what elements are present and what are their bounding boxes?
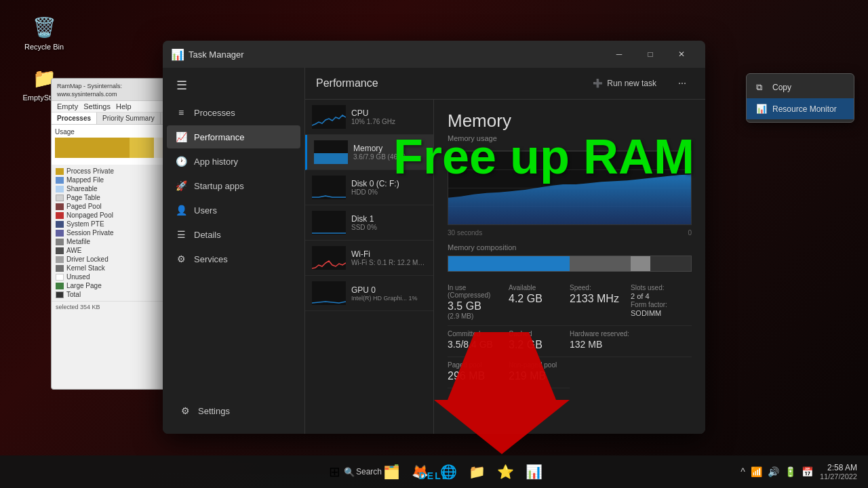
tm-memory-detail: Memory Memory usage [434, 100, 705, 434]
recycle-bin-icon[interactable]: 🗑️ Recycle Bin [20, 14, 68, 51]
sidebar-item-users[interactable]: 👤 Users [167, 199, 300, 222]
disk0-name: Disk 0 (C: F:) [351, 179, 427, 188]
cpu-name: CPU [351, 108, 427, 118]
rammap-usage-bar [55, 138, 179, 158]
legend-row-page-table: Page Table [56, 194, 178, 201]
resource-item-disk1[interactable]: Disk 1 SSD 0% [305, 205, 433, 241]
wifi-tray-icon[interactable]: 📶 [749, 465, 764, 479]
stat-in-use-label: In use (Compressed) [448, 284, 509, 299]
legend-color-kernel-stack [56, 265, 64, 272]
resource-item-disk0[interactable]: Disk 0 (C: F:) HDD 0% [305, 170, 433, 205]
legend-color-awe [56, 247, 64, 254]
more-options-button[interactable]: ⋯ [670, 75, 694, 92]
legend-color-metafile [56, 239, 64, 245]
wifi-mini-chart [312, 246, 346, 270]
store-button[interactable]: ⭐ [493, 460, 517, 484]
stat-form-value: SODIMM [631, 309, 692, 317]
sidebar-item-performance[interactable]: 📈 Performance [167, 125, 300, 148]
gpu0-name: GPU 0 [351, 285, 427, 295]
tm-minimize-button[interactable]: ─ [604, 43, 635, 65]
sidebar-item-settings[interactable]: ⚙ Settings [171, 399, 296, 422]
legend-row-system-pte: System PTE [56, 220, 178, 228]
performance-icon: 📈 [175, 131, 187, 143]
explorer-button[interactable]: 📁 [465, 460, 489, 484]
legend-color-paged-pool [56, 203, 64, 210]
sidebar-item-processes[interactable]: ≡ Processes [167, 101, 300, 124]
memory-name: Memory [353, 144, 427, 153]
rammap-menu-settings[interactable]: Settings [83, 102, 111, 110]
clock-time: 2:58 AM [820, 463, 857, 472]
comp-seg-standby [650, 256, 691, 271]
comp-seg-modified [631, 256, 651, 271]
start-button[interactable]: ⊞ [322, 460, 347, 484]
tm-main-title: Performance [316, 77, 579, 89]
task-view-button[interactable]: 🗂️ [379, 460, 403, 484]
sidebar-item-details[interactable]: ☰ Details [167, 223, 300, 246]
clock-area[interactable]: 2:58 AM 11/27/2022 [820, 463, 857, 481]
svg-marker-0 [448, 174, 691, 224]
resource-item-cpu[interactable]: CPU 10% 1.76 GHz [305, 100, 433, 135]
memory-composition-bar [448, 256, 692, 272]
wifi-info: Wi-Fi Wi-Fi S: 0.1 R: 12.2 Mbps [351, 249, 427, 266]
stat-cached: Cached 3.2 GB [509, 326, 570, 357]
stat-paged-value: 296 MB [448, 370, 509, 382]
stat-committed-label: Committed [448, 330, 509, 338]
stat-speed-label: Speed: [570, 284, 631, 291]
tm-close-button[interactable]: ✕ [666, 43, 697, 65]
stat-slots: Slots used: 2 of 4 Form factor: SODIMM [631, 280, 692, 326]
tm-hamburger-icon[interactable]: ☰ [168, 73, 195, 98]
legend-row-unused: Unused 1, [56, 273, 178, 281]
chart-label-30s: 30 seconds [448, 229, 482, 237]
ctx-resource-monitor[interactable]: 📊 Resource Monitor [747, 98, 854, 119]
legend-color-session [56, 230, 64, 237]
stat-hardware-reserved: Hardware reserved: 132 MB [570, 326, 692, 357]
calendar-tray-icon[interactable]: 📅 [800, 465, 814, 479]
system-tray: ^ 📶 🔊 🔋 📅 [739, 465, 814, 479]
rammap-menu-help[interactable]: Help [116, 102, 132, 110]
search-button[interactable]: 🔍 Search [351, 460, 375, 484]
legend-color-driver-locked [56, 256, 64, 263]
sidebar-item-startup-apps[interactable]: 🚀 Startup apps [167, 174, 300, 197]
stat-cached-value: 3.2 GB [509, 339, 570, 351]
details-icon: ☰ [175, 228, 187, 241]
ctx-copy[interactable]: ⧉ Copy [747, 77, 854, 98]
rammap-tab-priority[interactable]: Priority Summary [97, 113, 161, 124]
resource-item-wifi[interactable]: Wi-Fi Wi-Fi S: 0.1 R: 12.2 Mbps [305, 241, 433, 276]
disk1-info: Disk 1 SSD 0% [351, 214, 427, 231]
legend-row-shareable: Shareable [56, 185, 178, 192]
tm-titlebar: 📊 Task Manager ─ □ ✕ [163, 41, 705, 68]
tm-main-header: Performance ➕ Run new task ⋯ [305, 68, 705, 100]
sound-tray-icon[interactable]: 🔊 [766, 465, 781, 479]
legend-row-paged-pool: Paged Pool [56, 203, 178, 210]
tm-sidebar: ☰ ≡ Processes 📈 Performance 🕐 App histor… [163, 68, 305, 434]
processes-icon: ≡ [175, 106, 187, 119]
wifi-name: Wi-Fi [351, 249, 427, 259]
cpu-sub: 10% 1.76 GHz [351, 118, 427, 125]
disk1-sub: SSD 0% [351, 224, 427, 231]
legend-color-shareable [56, 186, 64, 192]
run-new-task-button[interactable]: ➕ Run new task [585, 75, 665, 92]
sidebar-item-services[interactable]: ⚙ Services [167, 247, 300, 270]
tray-expand-icon[interactable]: ^ [739, 465, 747, 479]
rammap-tab-processes[interactable]: Processes [52, 113, 97, 124]
resource-item-gpu0[interactable]: GPU 0 Intel(R) HD Graphi... 1% [305, 276, 433, 311]
desktop: 🗑️ Recycle Bin 📁 EmptyStan... RamMap - S… [0, 0, 868, 488]
resource-item-memory[interactable]: Memory 3.6/7.9 GB (46%) [305, 135, 433, 170]
tm-content-area: CPU 10% 1.76 GHz Memory 3.6/7.9 GB [305, 100, 705, 434]
rammap-menu-empty[interactable]: Empty [57, 102, 78, 110]
tm-maximize-button[interactable]: □ [635, 43, 666, 65]
legend-color-total [56, 291, 64, 298]
chart-label-0: 0 [688, 229, 692, 237]
sidebar-item-app-history[interactable]: 🕐 App history [167, 150, 300, 173]
legend-row-metafile: Metafile [56, 238, 178, 245]
chart-label-row: 30 seconds 0 [448, 229, 692, 237]
game-bar-button[interactable]: 📊 [521, 460, 546, 484]
memory-fill [314, 153, 348, 164]
legend-row-large-page: Large Page [56, 282, 178, 289]
stats-grid: In use (Compressed) 3.5 GB (2.9 MB) Avai… [448, 280, 692, 388]
stat-available-value: 4.2 GB [509, 293, 570, 305]
stat-available-label: Available [509, 284, 570, 291]
battery-tray-icon[interactable]: 🔋 [783, 465, 797, 479]
legend-row-session: Session Private [56, 229, 178, 237]
stat-paged-label: Paged pool [448, 361, 509, 369]
